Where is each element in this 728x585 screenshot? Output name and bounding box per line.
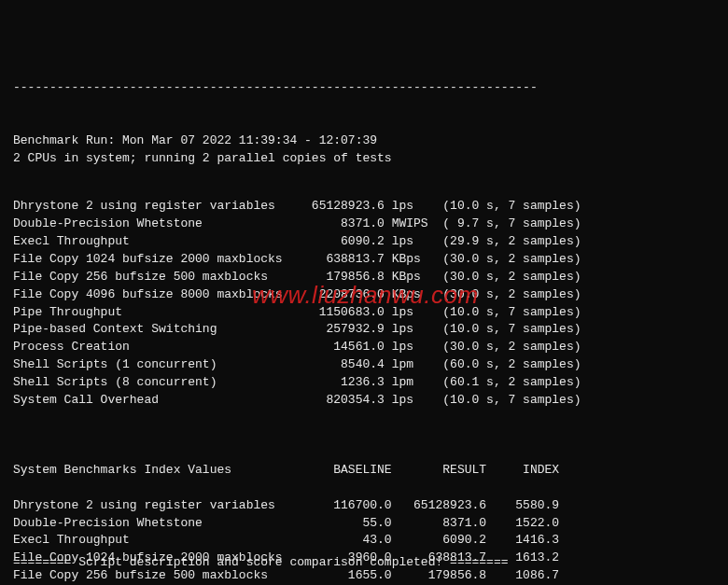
- benchmark-run-line: Benchmark Run: Mon Mar 07 2022 11:39:34 …: [13, 133, 377, 147]
- watermark-text: www.liuzhanwu.com: [252, 278, 479, 313]
- top-border: ----------------------------------------…: [13, 79, 715, 97]
- index-header-row: System Benchmarks Index Values BASELINE …: [13, 462, 715, 480]
- footer-message: ======== Script description and score co…: [13, 554, 509, 572]
- header-block: Benchmark Run: Mon Mar 07 2022 11:39:34 …: [13, 115, 715, 168]
- cpu-info-line: 2 CPUs in system; running 2 parallel cop…: [13, 151, 392, 165]
- blank-line: [13, 426, 715, 444]
